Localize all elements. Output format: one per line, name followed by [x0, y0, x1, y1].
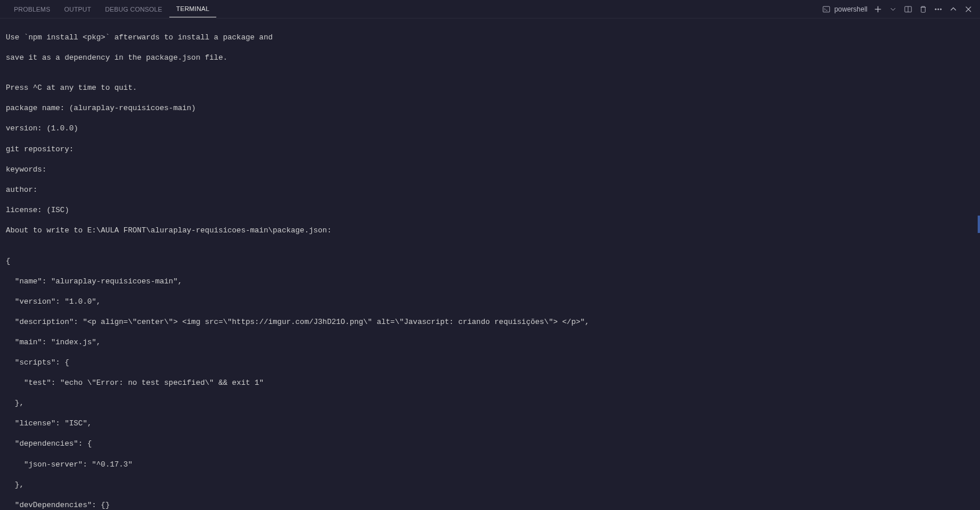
- terminal-line: },: [6, 398, 974, 409]
- terminal-line: About to write to E:\AULA FRONT\alurapla…: [6, 225, 974, 236]
- terminal-line: Use `npm install <pkg>` afterwards to in…: [6, 32, 974, 43]
- terminal-line: package name: (aluraplay-requisicoes-mai…: [6, 103, 974, 114]
- terminal-line: "json-server": "^0.17.3": [6, 460, 974, 470]
- kill-terminal-icon[interactable]: [919, 5, 928, 14]
- terminal-line: version: (1.0.0): [6, 123, 974, 134]
- terminal-icon: [822, 5, 831, 14]
- terminal-line: author:: [6, 185, 974, 195]
- svg-point-7: [938, 8, 939, 9]
- svg-rect-0: [823, 6, 829, 12]
- split-terminal-icon[interactable]: [903, 5, 913, 14]
- tab-problems[interactable]: PROBLEMS: [7, 1, 57, 17]
- terminal-line: "license": "ISC",: [6, 418, 974, 429]
- terminal-line: keywords:: [6, 165, 974, 175]
- panel-tabs: PROBLEMS OUTPUT DEBUG CONSOLE TERMINAL: [7, 1, 216, 17]
- terminal-line: "version": "1.0.0",: [6, 297, 974, 307]
- terminal-line: "name": "aluraplay-requisicoes-main",: [6, 276, 974, 287]
- terminal-line: },: [6, 480, 974, 490]
- terminal-line: save it as a dependency in the package.j…: [6, 53, 974, 63]
- new-terminal-icon[interactable]: [873, 5, 883, 14]
- scrollbar-marker: [978, 216, 980, 233]
- close-panel-icon[interactable]: [964, 5, 973, 14]
- terminal-line: license: (ISC): [6, 205, 974, 216]
- more-actions-icon[interactable]: [934, 5, 943, 14]
- terminal-line: {: [6, 256, 974, 267]
- terminal-actions: powershell: [822, 5, 973, 14]
- svg-point-6: [935, 8, 937, 9]
- svg-point-8: [940, 8, 941, 9]
- terminal-line: "main": "index.js",: [6, 337, 974, 348]
- terminal-line: Press ^C at any time to quit.: [6, 83, 974, 93]
- terminal-shell-selector[interactable]: powershell: [822, 5, 868, 14]
- terminal-output[interactable]: Use `npm install <pkg>` afterwards to in…: [0, 19, 980, 510]
- terminal-line: "devDependencies": {}: [6, 500, 974, 510]
- tab-terminal[interactable]: TERMINAL: [169, 1, 216, 17]
- maximize-panel-icon[interactable]: [949, 5, 958, 14]
- terminal-line: git repository:: [6, 144, 974, 155]
- shell-name-label: powershell: [834, 5, 868, 13]
- terminal-line: "test": "echo \"Error: no test specified…: [6, 378, 974, 388]
- tab-output[interactable]: OUTPUT: [57, 1, 98, 17]
- panel-tab-bar: PROBLEMS OUTPUT DEBUG CONSOLE TERMINAL p…: [0, 0, 980, 19]
- terminal-line: "scripts": {: [6, 358, 974, 368]
- tab-debug-console[interactable]: DEBUG CONSOLE: [98, 1, 169, 17]
- chevron-down-icon[interactable]: [888, 5, 898, 14]
- terminal-line: "dependencies": {: [6, 439, 974, 449]
- terminal-line: "description": "<p align=\"center\"> <im…: [6, 317, 974, 327]
